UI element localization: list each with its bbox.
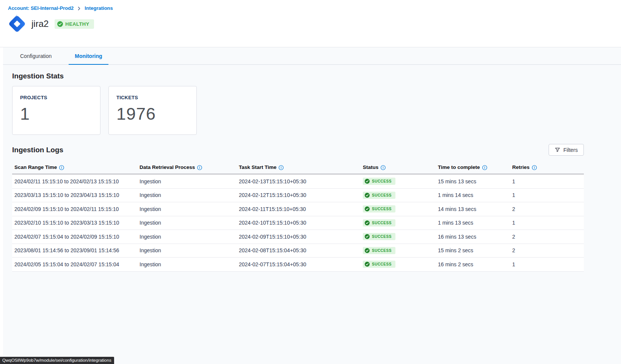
cell-task-start: 2024-02-12T15:15:10+05:30 xyxy=(237,192,361,198)
cell-task-start: 2024-02-07T15:15:04+05:30 xyxy=(237,261,361,267)
status-badge: SUCCESS xyxy=(363,261,395,268)
cell-task-start: 2024-02-09T15:15:10+05:30 xyxy=(237,234,361,240)
check-circle-icon xyxy=(57,21,63,27)
table-body: 2024/02/11 15:15:10 to 2024/02/13 15:15:… xyxy=(12,175,584,272)
cell-status: SUCCESS xyxy=(361,261,436,268)
table-row[interactable]: 2024/02/11 15:15:10 to 2024/02/13 15:15:… xyxy=(12,175,584,189)
breadcrumb: Account: SEI-Internal-Prod2 Integrations xyxy=(0,0,621,11)
cell-scan-range: 2023/03/13 15:15:10 to 2023/04/13 15:15:… xyxy=(12,192,137,198)
cell-status: SUCCESS xyxy=(361,205,436,212)
cell-process: Ingestion xyxy=(137,220,237,226)
status-label: SUCCESS xyxy=(372,248,392,253)
cell-retries: 1 xyxy=(510,178,584,184)
cell-task-start: 2024-02-08T15:15:04+05:30 xyxy=(237,247,361,253)
info-icon[interactable] xyxy=(532,165,537,170)
cell-scan-range: 2024/02/05 15:15:04 to 2024/02/07 15:15:… xyxy=(12,261,137,267)
table-row[interactable]: 2024/02/05 15:15:04 to 2024/02/07 15:15:… xyxy=(12,258,584,272)
health-status-badge: HEALTHY xyxy=(55,19,94,29)
table-header-row: Scan Range Time Data Retrieval Process T… xyxy=(12,161,584,175)
cell-time-to-complete: 1 mins 13 secs xyxy=(436,220,510,226)
cell-status: SUCCESS xyxy=(361,233,436,240)
stat-card-projects: PROJECTS 1 xyxy=(12,86,100,135)
cell-time-to-complete: 14 mins 13 secs xyxy=(436,206,510,212)
tab-configuration[interactable]: Configuration xyxy=(20,53,52,64)
status-badge: SUCCESS xyxy=(363,247,395,254)
cell-time-to-complete: 1 mins 14 secs xyxy=(436,192,510,198)
filter-funnel-icon xyxy=(555,147,560,153)
cell-retries: 1 xyxy=(510,261,584,267)
cell-status: SUCCESS xyxy=(361,178,436,185)
cell-retries: 2 xyxy=(510,206,584,212)
column-header-retries: Retries xyxy=(510,161,584,173)
status-badge: SUCCESS xyxy=(363,233,395,240)
stat-cards-row: PROJECTS 1 TICKETS 1976 xyxy=(12,86,584,135)
table-row[interactable]: 2023/02/10 15:15:10 to 2023/03/13 15:15:… xyxy=(12,216,584,230)
tab-bar: Configuration Monitoring xyxy=(3,47,621,65)
check-circle-icon xyxy=(365,179,370,184)
status-badge: SUCCESS xyxy=(363,205,395,212)
breadcrumb-account-link[interactable]: Account: SEI-Internal-Prod2 xyxy=(8,5,74,11)
filters-button[interactable]: Filters xyxy=(549,144,584,156)
column-header-task-start: Task Start Time xyxy=(237,161,361,173)
jira-logo-icon xyxy=(6,13,28,34)
info-icon[interactable] xyxy=(482,165,487,170)
health-badge-label: HEALTHY xyxy=(65,21,89,27)
cell-retries: 1 xyxy=(510,192,584,198)
check-circle-icon xyxy=(365,193,370,198)
status-label: SUCCESS xyxy=(372,207,392,211)
cell-scan-range: 2024/02/11 15:15:10 to 2024/02/13 15:15:… xyxy=(12,178,137,184)
cell-process: Ingestion xyxy=(137,206,237,212)
info-icon[interactable] xyxy=(381,165,386,170)
cell-scan-range: 2023/02/10 15:15:10 to 2023/03/13 15:15:… xyxy=(12,220,137,226)
stat-card-tickets: TICKETS 1976 xyxy=(108,86,197,135)
link-preview-status-bar: QwqOSlIWp9ob7w/module/sei/configuration/… xyxy=(0,357,114,364)
status-badge: SUCCESS xyxy=(363,219,395,227)
cell-scan-range: 2024/02/07 15:15:04 to 2024/02/09 15:15:… xyxy=(12,234,137,240)
info-icon[interactable] xyxy=(197,165,202,170)
cell-process: Ingestion xyxy=(137,234,237,240)
cell-status: SUCCESS xyxy=(361,247,436,254)
status-label: SUCCESS xyxy=(372,193,392,197)
info-icon[interactable] xyxy=(59,165,64,170)
table-row[interactable]: 2024/02/07 15:15:04 to 2024/02/09 15:15:… xyxy=(12,230,584,244)
page-header: Account: SEI-Internal-Prod2 Integrations xyxy=(0,0,621,47)
cell-scan-range: 2023/08/01 15:14:56 to 2023/09/01 15:14:… xyxy=(12,247,137,253)
chevron-right-icon xyxy=(77,6,81,11)
cell-status: SUCCESS xyxy=(361,219,436,227)
cell-time-to-complete: 15 mins 13 secs xyxy=(436,178,510,184)
cell-task-start: 2024-02-13T15:15:10+05:30 xyxy=(237,178,361,184)
ingestion-logs-table: Scan Range Time Data Retrieval Process T… xyxy=(12,161,584,272)
cell-retries: 2 xyxy=(510,234,584,240)
status-label: SUCCESS xyxy=(372,179,392,183)
status-label: SUCCESS xyxy=(372,221,392,225)
check-circle-icon xyxy=(365,248,370,253)
column-header-scan-range: Scan Range Time xyxy=(12,161,137,173)
breadcrumb-integrations-link[interactable]: Integrations xyxy=(85,5,113,11)
info-icon[interactable] xyxy=(279,165,284,170)
check-circle-icon xyxy=(365,234,370,239)
status-label: SUCCESS xyxy=(372,262,392,266)
table-row[interactable]: 2024/02/09 15:15:10 to 2024/02/11 15:15:… xyxy=(12,202,584,216)
cell-time-to-complete: 16 mins 2 secs xyxy=(436,261,510,267)
check-circle-icon xyxy=(365,220,370,225)
cell-process: Ingestion xyxy=(137,247,237,253)
stat-label: PROJECTS xyxy=(20,95,93,100)
tab-monitoring[interactable]: Monitoring xyxy=(75,53,102,64)
ingestion-stats-heading: Ingestion Stats xyxy=(12,72,584,80)
check-circle-icon xyxy=(365,206,370,211)
ingestion-logs-header-row: Ingestion Logs Filters xyxy=(12,144,584,156)
column-header-process: Data Retrieval Process xyxy=(137,161,237,173)
table-row[interactable]: 2023/08/01 15:14:56 to 2023/09/01 15:14:… xyxy=(12,244,584,258)
status-badge: SUCCESS xyxy=(363,192,395,199)
content-panel: Configuration Monitoring Ingestion Stats… xyxy=(3,47,621,364)
cell-task-start: 2024-02-11T15:15:10+05:30 xyxy=(237,206,361,212)
stat-value: 1 xyxy=(20,104,93,124)
column-header-time-to-complete: Time to complete xyxy=(436,161,510,173)
cell-retries: 1 xyxy=(510,220,584,226)
cell-scan-range: 2024/02/09 15:15:10 to 2024/02/11 15:15:… xyxy=(12,206,137,212)
integration-title-row: jira2 HEALTHY xyxy=(0,13,621,34)
stat-value: 1976 xyxy=(116,104,189,124)
cell-task-start: 2024-02-10T15:15:10+05:30 xyxy=(237,220,361,226)
table-row[interactable]: 2023/03/13 15:15:10 to 2023/04/13 15:15:… xyxy=(12,189,584,203)
cell-retries: 2 xyxy=(510,247,584,253)
